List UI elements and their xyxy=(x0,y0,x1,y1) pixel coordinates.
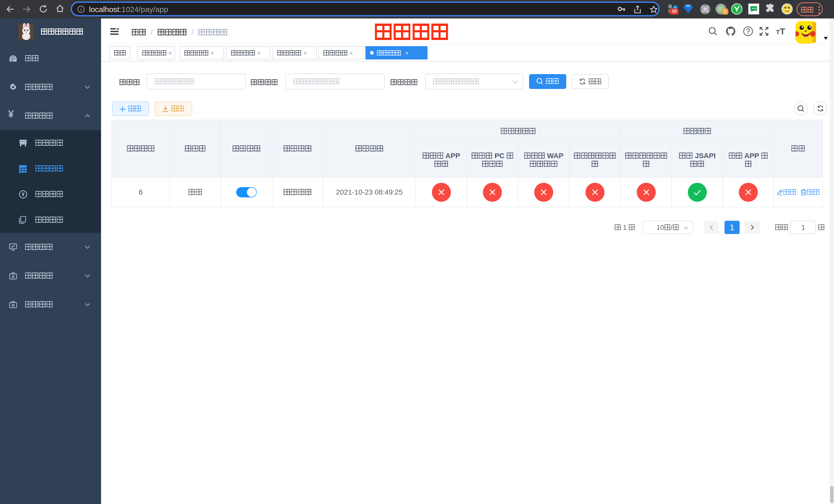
svg-text:¥: ¥ xyxy=(22,191,25,197)
